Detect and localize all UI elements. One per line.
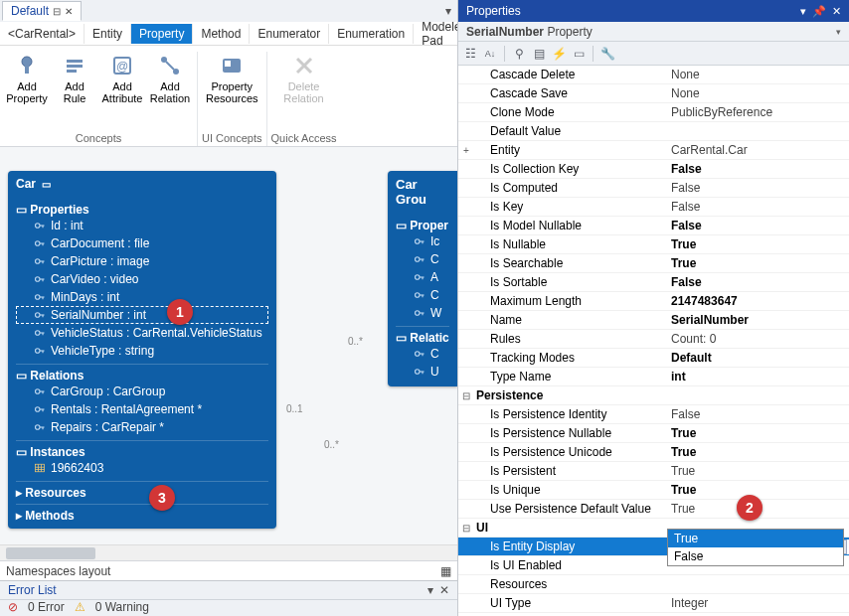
property-row[interactable]: Is Persistence NullableTrue	[458, 424, 849, 443]
property-value[interactable]: False	[667, 200, 849, 214]
property-value[interactable]: PublicByReference	[667, 105, 849, 119]
close-icon[interactable]: ✕	[65, 6, 73, 17]
group-item[interactable]: C	[396, 286, 449, 304]
filter-icon[interactable]: ⚲	[511, 46, 527, 62]
property-row[interactable]: Is UniqueTrue	[458, 481, 849, 500]
property-row[interactable]: NameSerialNumber	[458, 311, 849, 330]
group-item[interactable]: C	[396, 345, 449, 363]
property-value[interactable]: True	[667, 256, 849, 270]
property-value[interactable]: True	[667, 464, 849, 478]
chevron-down-icon[interactable]: ▾	[836, 27, 841, 37]
property-row[interactable]: Is KeyFalse	[458, 198, 849, 217]
crumb-enumeration[interactable]: Enumeration	[329, 24, 414, 44]
crumb-entity[interactable]: Entity	[85, 24, 131, 44]
property-resources-button[interactable]: PropertyResources	[204, 52, 259, 129]
dropdown-opt-false[interactable]: False	[668, 547, 843, 565]
categorize-icon[interactable]: ☷	[462, 46, 478, 62]
collapse-icon[interactable]: ⊟	[458, 523, 474, 534]
group-item[interactable]: ▭ Proper	[396, 215, 449, 232]
close-icon[interactable]: ✕	[832, 5, 841, 18]
wrench-icon[interactable]: 🔧	[599, 46, 615, 62]
property-row[interactable]: Is NullableTrue	[458, 235, 849, 254]
crumb-modelerpad[interactable]: Modeler Pad	[414, 22, 457, 46]
property-row[interactable]: Clone ModePublicByReference	[458, 103, 849, 122]
property-row[interactable]: UI TypeInteger	[458, 594, 849, 613]
property-row[interactable]: Type Nameint	[458, 368, 849, 386]
relation-item[interactable]: CarGroup : CarGroup	[16, 383, 268, 400]
property-item[interactable]: CarVideo : video	[16, 270, 268, 288]
property-value[interactable]: True	[667, 445, 849, 459]
property-row[interactable]: Is Persistence UnicodeTrue	[458, 443, 849, 462]
node-section-relations[interactable]: ▭ Relations	[16, 364, 268, 383]
property-row[interactable]: Maximum Length2147483647	[458, 292, 849, 311]
property-value[interactable]: True	[667, 483, 849, 497]
add-attribute-button[interactable]: @ AddAttribute	[99, 52, 145, 129]
relation-item[interactable]: Rentals : RentalAgreement *	[16, 400, 268, 418]
property-item[interactable]: VehicleStatus : CarRental.VehicleStatus	[16, 324, 268, 342]
property-row[interactable]: Resources	[458, 575, 849, 594]
node-section-instances[interactable]: ▭ Instances	[16, 440, 268, 459]
property-row[interactable]: +EntityCarRental.Car	[458, 141, 849, 160]
sort-az-icon[interactable]: A↓	[482, 46, 498, 62]
value-dropdown[interactable]: True False	[667, 529, 844, 566]
group-item[interactable]: ▭ Relatic	[396, 326, 449, 345]
property-value[interactable]: int	[667, 370, 849, 384]
properties-selector[interactable]: SerialNumber Property ▾	[458, 22, 849, 42]
entity-node-cargroup[interactable]: Car Grou ▭ ProperIcCACW▭ RelaticCU	[388, 171, 457, 386]
tab-overflow-icon[interactable]: ▾	[439, 4, 457, 18]
pages-icon[interactable]: ▭	[571, 46, 587, 62]
horizontal-scrollbar[interactable]	[0, 544, 457, 560]
property-row[interactable]: Use Persistence Default ValueTrue	[458, 500, 849, 519]
node-section-properties[interactable]: ▭ Properties	[16, 199, 268, 217]
group-item[interactable]: C	[396, 250, 449, 268]
property-value[interactable]: False	[667, 181, 849, 195]
group-item[interactable]: Ic	[396, 232, 449, 250]
crumb-enumerator[interactable]: Enumerator	[250, 24, 329, 44]
property-row[interactable]: Is Persistence IdentityFalse	[458, 405, 849, 424]
property-row[interactable]: Is Collection KeyFalse	[458, 160, 849, 179]
property-value[interactable]: False	[667, 407, 849, 421]
crumb-method[interactable]: Method	[193, 24, 250, 44]
category-row-persistence[interactable]: ⊟ Persistence	[458, 386, 849, 405]
property-row[interactable]: Cascade DeleteNone	[458, 66, 849, 84]
crumb-carrental[interactable]: <CarRental>	[0, 24, 85, 44]
property-value[interactable]: None	[667, 86, 849, 100]
property-row[interactable]: Default Value	[458, 122, 849, 141]
collapse-icon[interactable]: ⊟	[458, 390, 474, 401]
property-value[interactable]: SerialNumber	[667, 313, 849, 327]
dropdown-opt-true[interactable]: True	[668, 530, 843, 547]
add-property-button[interactable]: AddProperty	[4, 52, 50, 129]
property-row[interactable]: Is SortableFalse	[458, 273, 849, 292]
pin-icon[interactable]: 📌	[812, 5, 826, 18]
node-section-resources[interactable]: ▸ Resources	[16, 481, 268, 500]
property-value[interactable]: False	[667, 219, 849, 232]
property-value[interactable]: None	[667, 68, 849, 81]
group-item[interactable]: U	[396, 363, 449, 381]
list-icon[interactable]: ▤	[531, 46, 547, 62]
crumb-property[interactable]: Property	[131, 24, 193, 44]
chevron-down-icon[interactable]: ▾	[800, 5, 806, 18]
modeler-canvas[interactable]: Car ▭ ▭ Properties Id : intCarDocument :…	[0, 147, 457, 544]
group-item[interactable]: A	[396, 268, 449, 286]
property-item[interactable]: CarPicture : image	[16, 252, 268, 270]
property-item[interactable]: Id : int	[16, 217, 268, 234]
chevron-down-icon[interactable]: ▾	[427, 583, 433, 597]
property-row[interactable]: Cascade SaveNone	[458, 84, 849, 103]
property-row[interactable]: Is Model NullableFalse	[458, 217, 849, 235]
property-item[interactable]: VehicleType : string	[16, 342, 268, 360]
pin-icon[interactable]: ⊟	[53, 6, 61, 17]
instance-item[interactable]: 19662403	[16, 459, 268, 477]
property-item[interactable]: CarDocument : file	[16, 234, 268, 252]
property-value[interactable]: Integer	[667, 596, 849, 610]
property-value[interactable]: True	[667, 426, 849, 440]
property-value[interactable]: False	[667, 275, 849, 289]
property-value[interactable]: False	[667, 162, 849, 176]
group-item[interactable]: W	[396, 304, 449, 322]
node-section-methods[interactable]: ▸ Methods	[16, 504, 268, 523]
property-row[interactable]: Is SearchableTrue	[458, 254, 849, 273]
add-relation-button[interactable]: AddRelation	[147, 52, 193, 129]
property-row[interactable]: Is ComputedFalse	[458, 179, 849, 198]
expand-icon[interactable]: +	[458, 145, 474, 156]
layout-icon[interactable]: ▦	[440, 564, 451, 578]
events-icon[interactable]: ⚡	[551, 46, 567, 62]
